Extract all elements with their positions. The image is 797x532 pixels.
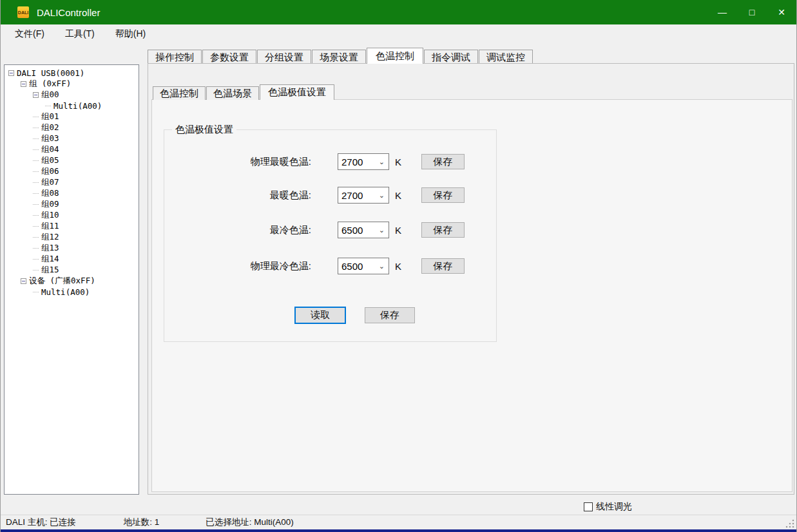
tree-node-device-broadcast[interactable]: 设备 (广播0xFF)	[5, 276, 139, 287]
linear-dimming-checkbox[interactable]	[584, 502, 593, 511]
tree-node-group13[interactable]: 组13	[5, 243, 139, 254]
app-window: DALI DALIController — □ ✕ 文件(F) 工具(T) 帮助…	[0, 0, 797, 532]
tree-node-label: 组07	[41, 177, 59, 188]
tree-node-group05[interactable]: 组05	[5, 155, 139, 166]
tree-node-group08[interactable]: 组08	[5, 188, 139, 199]
tab-scene-settings[interactable]: 场景设置	[312, 50, 366, 64]
tree-connector	[33, 248, 39, 249]
tree-connector	[33, 204, 39, 205]
tree-connector	[33, 149, 39, 150]
tree-node-label: Multi(A00)	[53, 101, 102, 111]
tree-node-multi-a00-device[interactable]: Multi(A00)	[5, 287, 139, 298]
tab-parameter-settings[interactable]: 参数设置	[202, 50, 256, 64]
tree-node-group15[interactable]: 组15	[5, 265, 139, 276]
read-button[interactable]: 读取	[295, 307, 345, 323]
tree-node-label: 组08	[41, 188, 59, 199]
tree-connector	[33, 292, 39, 292]
subtab-color-temp-extremes[interactable]: 色温极值设置	[260, 84, 334, 100]
status-selected-address: 已选择地址: Multi(A00)	[206, 517, 294, 528]
tree-node-label: 组01	[41, 111, 59, 122]
menu-file[interactable]: 文件(F)	[8, 26, 51, 43]
collapse-icon[interactable]	[21, 81, 26, 87]
tree-connector	[33, 128, 39, 128]
tree-node-label: 组02	[41, 122, 59, 133]
tab-operation-control[interactable]: 操作控制	[148, 50, 202, 64]
subtab-color-temp-control[interactable]: 色温控制	[153, 86, 206, 100]
status-address-count: 地址数: 1	[124, 517, 160, 528]
warmest-combobox[interactable]: 2700 ⌄	[338, 187, 389, 204]
unit-label: K	[395, 157, 401, 167]
close-button[interactable]: ✕	[767, 0, 796, 24]
chevron-down-icon[interactable]: ⌄	[379, 191, 385, 200]
tree-node-multi-a00[interactable]: Multi(A00)	[5, 100, 139, 111]
status-host-connection: DALI 主机: 已连接	[6, 517, 76, 528]
maximize-button[interactable]: □	[737, 0, 767, 24]
tree-node-label: 组12	[41, 232, 59, 243]
tree-node-group06[interactable]: 组06	[5, 166, 139, 177]
physical-coolest-combobox[interactable]: 6500 ⌄	[338, 258, 389, 274]
tree-connector	[33, 215, 39, 216]
menu-bar: 文件(F) 工具(T) 帮助(H)	[1, 24, 796, 44]
resize-grip[interactable]	[785, 519, 794, 528]
groupbox-title: 色温极值设置	[172, 124, 236, 136]
combobox-value: 2700	[341, 157, 363, 167]
coolest-combobox[interactable]: 6500 ⌄	[338, 222, 389, 238]
window-controls: — □ ✕	[707, 0, 796, 24]
field-label: 物理最冷色温:	[164, 260, 311, 272]
tree-node-label: 组04	[41, 144, 59, 155]
tree-node-group14[interactable]: 组14	[5, 254, 139, 265]
menu-help[interactable]: 帮助(H)	[109, 26, 152, 43]
save-physical-warmest-button[interactable]: 保存	[421, 154, 465, 169]
tree-node-group04[interactable]: 组04	[5, 144, 139, 155]
physical-warmest-combobox[interactable]: 2700 ⌄	[338, 153, 389, 170]
linear-dimming-option[interactable]: 线性调光	[584, 501, 632, 513]
subtab-color-temp-scene[interactable]: 色温场景	[206, 86, 259, 100]
tree-node-root[interactable]: DALI USB(0001)	[5, 68, 139, 79]
field-label: 物理最暖色温:	[164, 156, 311, 168]
collapse-icon[interactable]	[21, 278, 26, 284]
minimize-button[interactable]: —	[707, 0, 737, 24]
chevron-down-icon[interactable]: ⌄	[379, 262, 385, 271]
save-coolest-button[interactable]: 保存	[421, 222, 465, 238]
collapse-icon[interactable]	[8, 70, 14, 76]
tree-connector	[33, 270, 39, 271]
tab-command-debug[interactable]: 指令调试	[424, 50, 478, 64]
tree-node-group10[interactable]: 组10	[5, 210, 139, 221]
tree-node-group02[interactable]: 组02	[5, 122, 139, 133]
tab-color-temp-control[interactable]: 色温控制	[367, 48, 423, 64]
tree-node-group09[interactable]: 组09	[5, 199, 139, 210]
tree-node-group11[interactable]: 组11	[5, 221, 139, 232]
tree-node-group03[interactable]: 组03	[5, 133, 139, 144]
tree-node-group12[interactable]: 组12	[5, 232, 139, 243]
chevron-down-icon[interactable]: ⌄	[379, 226, 385, 234]
unit-label: K	[395, 190, 401, 201]
tree-connector	[45, 106, 51, 106]
combobox-value: 6500	[341, 225, 363, 236]
tree-node-group01[interactable]: 组01	[5, 111, 139, 122]
tree-node-group-all[interactable]: 组 (0xFF)	[5, 79, 139, 90]
unit-label: K	[395, 225, 401, 236]
tree-node-group00[interactable]: 组00	[5, 90, 139, 100]
save-warmest-button[interactable]: 保存	[421, 187, 465, 203]
title-bar: DALI DALIController — □ ✕	[1, 0, 796, 24]
window-title: DALIController	[37, 7, 100, 18]
field-label: 最暖色温:	[164, 189, 311, 202]
device-tree: DALI USB(0001) 组 (0xFF) 组00 Multi(A00) 组…	[4, 64, 139, 495]
tree-connector	[33, 160, 39, 161]
tree-node-label: 组06	[41, 166, 59, 177]
menu-tools[interactable]: 工具(T)	[59, 26, 101, 43]
tree-connector	[33, 259, 39, 260]
collapse-icon[interactable]	[33, 92, 39, 98]
tab-grouping-settings[interactable]: 分组设置	[257, 50, 311, 64]
tree-connector	[33, 182, 39, 183]
tree-connector	[33, 171, 39, 172]
tree-node-label: 组09	[41, 199, 59, 210]
save-all-button[interactable]: 保存	[365, 307, 415, 323]
tree-connector	[33, 138, 39, 139]
save-physical-coolest-button[interactable]: 保存	[421, 258, 465, 274]
chevron-down-icon[interactable]: ⌄	[379, 158, 385, 166]
tree-node-label: 组05	[41, 155, 59, 166]
tree-node-group07[interactable]: 组07	[5, 177, 139, 188]
tree-connector	[33, 237, 39, 238]
tab-debug-monitor[interactable]: 调试监控	[479, 50, 533, 64]
